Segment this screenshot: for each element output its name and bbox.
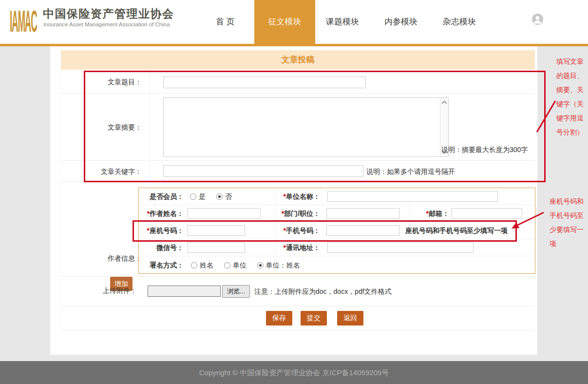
upload-label: 上传附件： <box>76 287 137 295</box>
member-no-label[interactable]: 否 <box>225 192 232 200</box>
author-info-box: 是否会员： 是 否 *单位名称： *作者姓名： *部门/职位： *邮箱： <box>138 188 535 274</box>
article-title-row: 文章题目： <box>61 70 535 94</box>
author-info-row: 作者信息： 增加 是否会员： 是 否 *单位名称： *作者姓名： <box>61 182 535 277</box>
nav-item-home[interactable]: 首 页 <box>207 0 244 44</box>
logo-subtitle: Insurance Asset Management Association o… <box>43 21 170 27</box>
author-name-label: *作者姓名： <box>139 205 184 222</box>
member-yes-label[interactable]: 是 <box>199 192 206 200</box>
signature-row: 署名方式： 姓名 单位 单位：姓名 <box>139 256 535 274</box>
upload-row: 上传附件： 浏览... 注意：上传附件应为doc，docx，pdf文件格式 <box>61 277 535 306</box>
member-no-radio[interactable] <box>216 193 223 200</box>
form-title: 文章投稿 <box>61 50 535 70</box>
keywords-input[interactable] <box>163 165 363 177</box>
signature-name-radio[interactable] <box>191 262 197 269</box>
phone-row: *座机号码： *手机号码： 座机号码和手机号码至少填写一项 <box>139 222 535 239</box>
annotation-note-article: 填写文章的题目、摘要、关键字（关键字用逗号分割） <box>556 55 587 139</box>
logo-title: 中国保险资产管理业协会 <box>43 6 174 21</box>
signature-name-label[interactable]: 姓名 <box>200 261 213 269</box>
landline-input[interactable] <box>188 225 245 236</box>
header: IAMAC 中国保险资产管理业协会 Insurance Asset Manage… <box>0 0 588 44</box>
signature-company-name-radio[interactable] <box>257 262 264 269</box>
address-label: *通讯地址： <box>275 239 320 256</box>
annotation-note-phone: 座机号码和手机号码至少要填写一项 <box>550 194 587 251</box>
department-label: *部门/职位： <box>275 205 320 222</box>
author-name-input[interactable] <box>188 208 261 219</box>
browse-button[interactable]: 浏览... <box>222 285 250 298</box>
email-input[interactable] <box>452 208 522 219</box>
phone-note: 座机号码和手机号码至少填写一项 <box>405 222 508 239</box>
abstract-note: 说明：摘要最大长度为300字 <box>441 146 528 154</box>
member-yes-radio[interactable] <box>190 193 196 200</box>
back-button[interactable]: 返回 <box>337 311 363 326</box>
header-accent-strip <box>0 44 588 46</box>
logo-iamac-icon: IAMAC <box>10 0 20 43</box>
name-dept-email-row: *作者姓名： *部门/职位： *邮箱： <box>139 205 535 222</box>
member-company-row: 是否会员： 是 否 *单位名称： <box>139 188 535 205</box>
article-title-input[interactable] <box>163 77 366 88</box>
keywords-note: 说明：如果多个请用逗号隔开 <box>366 168 455 176</box>
nav-item-essay-active[interactable]: 征文模块 <box>254 0 315 44</box>
nav-item-internal[interactable]: 内参模块 <box>379 0 423 44</box>
abstract-textarea[interactable] <box>163 97 449 157</box>
company-input[interactable] <box>327 191 498 202</box>
wechat-address-row: 微信号： *通讯地址： <box>139 239 535 256</box>
upload-note: 注意：上传附件应为doc，docx，pdf文件格式 <box>254 288 392 296</box>
abstract-label: 文章摘要： <box>76 123 142 132</box>
nav-item-magazine[interactable]: 杂志模块 <box>437 0 481 44</box>
keywords-label: 文章关键字： <box>76 168 142 176</box>
wechat-label: 微信号： <box>139 239 184 256</box>
company-label: *单位名称： <box>275 188 320 205</box>
department-input[interactable] <box>326 208 399 219</box>
mobile-input[interactable] <box>326 225 399 236</box>
signature-company-name-label[interactable]: 单位：姓名 <box>266 261 300 269</box>
member-label: 是否会员： <box>139 188 184 205</box>
article-title-label: 文章题目： <box>76 78 142 87</box>
address-input[interactable] <box>327 242 474 253</box>
submit-button[interactable]: 提交 <box>301 311 327 326</box>
page: IAMAC 中国保险资产管理业协会 Insurance Asset Manage… <box>0 0 588 384</box>
mobile-label: *手机号码： <box>275 222 320 239</box>
nav-item-topic[interactable]: 课题模块 <box>321 0 364 44</box>
email-label: *邮箱： <box>412 205 449 222</box>
keywords-row: 文章关键字： 说明：如果多个请用逗号隔开 <box>61 161 535 182</box>
abstract-row: 文章摘要： 说明：摘要最大长度为300字 <box>61 94 535 161</box>
copyright-text: Copyright © 中国保险资产管理业协会 京ICP备14059205号 <box>199 368 389 377</box>
form-card: 文章投稿 文章题目： 文章摘要： 说明：摘要最大长度为300字 文章关键字： 说… <box>50 46 537 355</box>
signature-label: 署名方式： <box>139 256 184 274</box>
signature-company-label[interactable]: 单位 <box>233 261 247 269</box>
author-info-label: 作者信息： <box>76 254 142 263</box>
wechat-input[interactable] <box>188 242 245 253</box>
signature-company-radio[interactable] <box>224 262 230 269</box>
landline-label: *座机号码： <box>139 222 184 239</box>
file-path-input[interactable] <box>148 286 221 297</box>
action-buttons-row: 保存 提交 返回 <box>61 306 535 330</box>
user-avatar-icon[interactable] <box>532 14 543 25</box>
save-button[interactable]: 保存 <box>266 311 292 326</box>
scroll-up-icon[interactable] <box>441 100 447 106</box>
footer: Copyright © 中国保险资产管理业协会 京ICP备14059205号 <box>0 361 588 384</box>
